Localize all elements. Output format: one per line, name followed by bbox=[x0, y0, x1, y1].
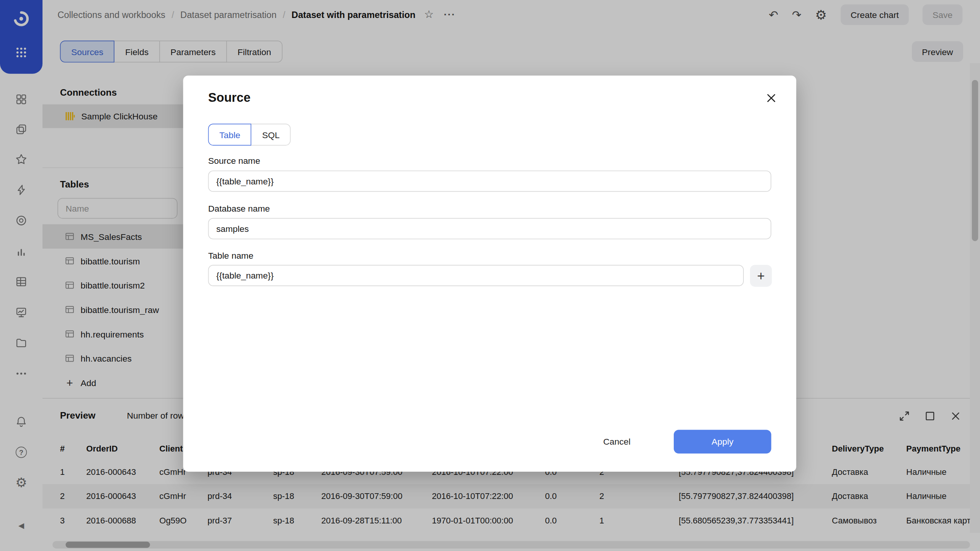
tab-sql[interactable]: SQL bbox=[251, 124, 291, 145]
modal-title: Source bbox=[208, 91, 251, 105]
database-name-input[interactable] bbox=[208, 218, 771, 240]
table-name-input[interactable] bbox=[208, 265, 744, 286]
add-table-name-button[interactable]: + bbox=[750, 265, 772, 287]
tab-table[interactable]: Table bbox=[208, 124, 252, 145]
apply-button[interactable]: Apply bbox=[674, 430, 771, 453]
source-name-label: Source name bbox=[208, 156, 260, 166]
close-icon[interactable] bbox=[764, 91, 779, 106]
source-modal: Source Table SQL Source name Database na… bbox=[183, 76, 796, 472]
database-name-label: Database name bbox=[208, 204, 270, 214]
source-name-input[interactable] bbox=[208, 171, 771, 192]
table-name-label: Table name bbox=[208, 251, 253, 261]
source-type-tabs: Table SQL bbox=[208, 124, 291, 145]
cancel-button[interactable]: Cancel bbox=[591, 430, 642, 453]
dataset-editor-page: Collections and workbooks / Dataset para… bbox=[0, 0, 980, 551]
plus-icon: + bbox=[757, 268, 765, 283]
